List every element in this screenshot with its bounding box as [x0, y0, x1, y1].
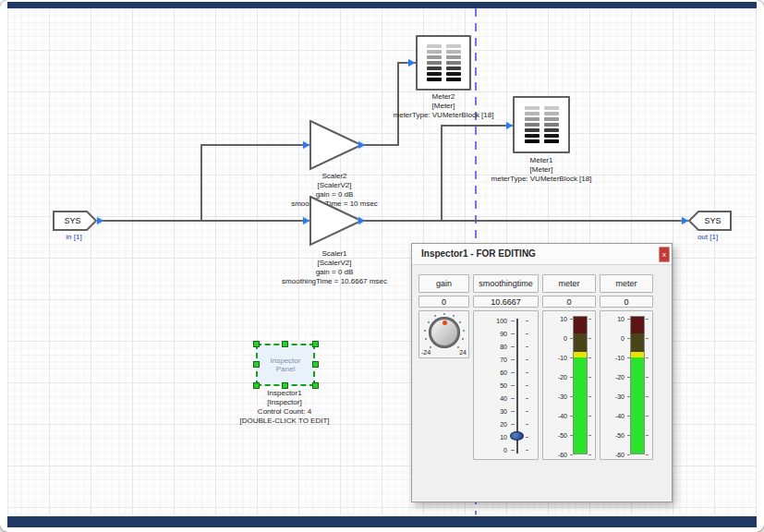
- meter-control[interactable]: 100-10-20-30-40-50-60: [600, 310, 653, 460]
- meter-tick-label: -20: [615, 374, 625, 381]
- inspector1-titlebar[interactable]: Inspector1 - FOR EDITING x: [412, 244, 672, 265]
- column-value-gain[interactable]: 0: [418, 296, 469, 308]
- meter-icon-bar: [525, 128, 540, 132]
- inspector-panel-line1: Inspector: [271, 357, 301, 365]
- column-value-smoothingtime[interactable]: 10.6667: [473, 296, 539, 308]
- inspector-type: [Inspector]: [239, 398, 329, 407]
- wire-meter1-in[interactable]: [441, 125, 515, 127]
- meter-icon-bar: [544, 123, 559, 127]
- vu-meter-bar: [573, 316, 588, 454]
- slider-tick-label: 60: [500, 369, 507, 376]
- meter-icon-bar: [525, 106, 540, 110]
- top-border-bar: [7, 2, 757, 8]
- slider-tick-mark: [526, 450, 528, 451]
- wire-branch-riser-scaler2[interactable]: [200, 144, 202, 222]
- meter-icon-bar: [446, 50, 461, 54]
- knob-tick: [424, 330, 426, 332]
- slider-tick-mark: [526, 385, 528, 386]
- selection-handle[interactable]: [312, 361, 319, 368]
- wire-sysin-scaler1[interactable]: [97, 220, 310, 222]
- meter-tick-mark: [588, 319, 591, 320]
- design-canvas[interactable]: SYS in [1] SYS out [1] Scaler2 [ScalerV2…: [7, 8, 757, 514]
- knob-tick: [457, 346, 459, 348]
- selection-handle[interactable]: [253, 382, 260, 389]
- inspector-panel-block[interactable]: Inspector Panel: [256, 344, 315, 386]
- selection-handle[interactable]: [253, 341, 260, 347]
- slider-thumb[interactable]: [510, 431, 524, 441]
- selection-handle[interactable]: [312, 341, 319, 347]
- slider-tick-label: 10: [500, 434, 507, 441]
- meter-icon-bar: [544, 139, 559, 143]
- scaler1-type: [ScalerV2]: [282, 259, 387, 268]
- meter2-prop: meterType: VUMeterBlock [18]: [394, 111, 494, 120]
- meter-icon-bar: [446, 66, 461, 70]
- meter1-input-port[interactable]: [506, 122, 513, 129]
- selection-handle[interactable]: [312, 382, 319, 389]
- vu-meter-segment: [574, 317, 587, 333]
- inspector1-window-title: Inspector1 - FOR EDITING: [421, 248, 536, 259]
- knob-tick: [462, 338, 464, 340]
- selection-handle[interactable]: [253, 361, 260, 368]
- scaler1-block[interactable]: [309, 196, 363, 248]
- meter-tick-mark: [570, 454, 573, 455]
- meter-tick-mark: [627, 454, 630, 455]
- knob-control[interactable]: -2424: [418, 310, 469, 358]
- meter-icon-bar: [427, 78, 442, 81]
- slider-tick-label: 90: [500, 331, 507, 337]
- meter-icon-bar: [427, 66, 442, 70]
- scaler1-name: Scaler1: [282, 249, 387, 259]
- vu-meter-segment: [574, 357, 587, 453]
- wire-scaler1-sysout[interactable]: [360, 220, 688, 222]
- gain-knob[interactable]: [429, 317, 460, 348]
- meter-tick-mark: [646, 416, 649, 417]
- sys-in-output-port[interactable]: [97, 217, 103, 224]
- wire-branch-scaler2[interactable]: [200, 144, 310, 146]
- sys-in-label: SYS: [53, 211, 98, 231]
- wire-scaler2-out[interactable]: [360, 144, 399, 146]
- meter-tick-label: -40: [615, 413, 625, 419]
- meter2-block[interactable]: [416, 35, 471, 91]
- close-icon[interactable]: x: [659, 247, 670, 262]
- selection-handle[interactable]: [282, 341, 288, 347]
- meter-tick-label: -50: [558, 432, 567, 439]
- column-value-meter[interactable]: 0: [542, 296, 596, 308]
- bottom-border-bar: [7, 516, 757, 527]
- vu-meter-icon: [427, 44, 461, 81]
- scaler1-output-port[interactable]: [358, 217, 365, 224]
- meter-tick-mark: [588, 377, 591, 378]
- scaler1-input-port[interactable]: [303, 217, 309, 224]
- scaler2-input-port[interactable]: [303, 141, 309, 149]
- slider-tick-label: 40: [500, 395, 507, 402]
- inspector-control-count: Control Count: 4: [239, 407, 329, 417]
- slider-tick-mark: [511, 372, 515, 373]
- meter-tick-label: 10: [560, 316, 567, 322]
- meter1-block[interactable]: [513, 96, 570, 153]
- meter-control[interactable]: 100-10-20-30-40-50-60: [542, 310, 596, 460]
- inspector-panel-line2: Panel: [271, 365, 301, 373]
- inspector1-window[interactable]: Inspector1 - FOR EDITING x gain0-2424smo…: [411, 243, 673, 502]
- sys-in-block[interactable]: SYS: [53, 211, 98, 231]
- sys-out-input-port[interactable]: [682, 217, 688, 224]
- meter-icon-bar: [446, 72, 461, 76]
- meter-icon-bar: [525, 123, 540, 127]
- meter1-name: Meter1: [491, 156, 592, 165]
- wire-riser-meter1[interactable]: [441, 125, 443, 222]
- meter2-input-port[interactable]: [408, 59, 415, 66]
- scaler2-block[interactable]: [309, 120, 363, 172]
- meter-tick-mark: [646, 319, 649, 320]
- meter-icon-bar: [446, 44, 461, 48]
- slider-tick-mark: [511, 385, 515, 386]
- scaler2-output-port[interactable]: [358, 141, 365, 149]
- slider-tick-mark: [526, 424, 528, 425]
- slider-control[interactable]: 1009080706050403020100: [473, 310, 539, 460]
- sys-out-label: SYS: [687, 211, 733, 231]
- scaler2-name: Scaler2: [291, 172, 378, 181]
- inspector-name: Inspector1: [239, 389, 329, 398]
- column-value-meter[interactable]: 0: [600, 296, 653, 308]
- selection-handle[interactable]: [282, 382, 288, 389]
- scaler1-annotation: Scaler1 [ScalerV2] gain = 0 dB smoothing…: [282, 249, 387, 286]
- meter-icon-bar: [544, 128, 559, 132]
- meter2-annotation: Meter2 [Meter] meterType: VUMeterBlock […: [394, 92, 494, 120]
- knob-tick: [430, 346, 431, 348]
- sys-out-block[interactable]: SYS: [687, 211, 733, 231]
